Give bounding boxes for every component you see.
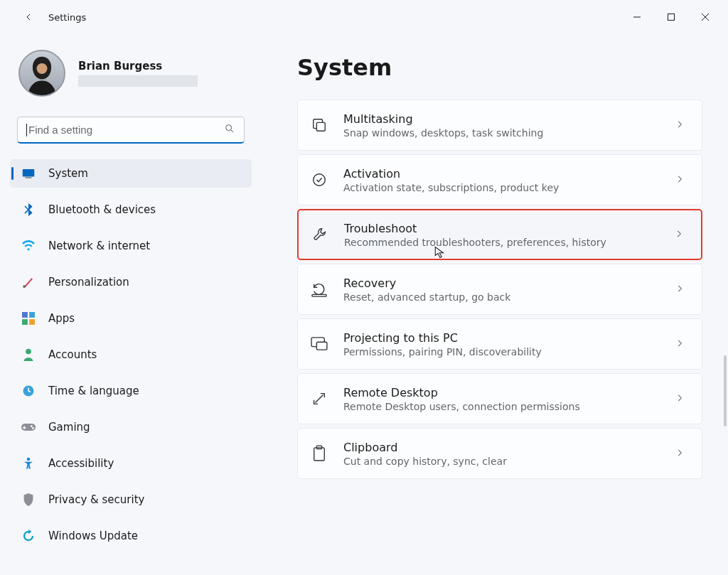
- update-icon: [21, 529, 36, 543]
- svg-rect-21: [23, 427, 26, 428]
- sidebar-item-personalization[interactable]: Personalization: [10, 268, 252, 296]
- sidebar-item-label: Network & internet: [48, 240, 150, 252]
- card-title: Multitasking: [343, 112, 675, 126]
- search-input[interactable]: [17, 117, 245, 144]
- accessibility-icon: [21, 456, 36, 471]
- sidebar-item-label: Gaming: [48, 421, 90, 434]
- sidebar-item-apps[interactable]: Apps: [10, 304, 252, 333]
- sidebar-item-system[interactable]: System: [10, 159, 252, 188]
- chevron-right-icon: [675, 338, 685, 351]
- minimize-button[interactable]: [620, 6, 654, 28]
- close-button[interactable]: [688, 6, 722, 28]
- sidebar-item-accounts[interactable]: Accounts: [10, 340, 252, 369]
- sidebar-item-label: Personalization: [48, 276, 129, 289]
- sidebar-item-label: Windows Update: [48, 530, 138, 542]
- gamepad-icon: [21, 420, 36, 434]
- sidebar-item-windows-update[interactable]: Windows Update: [10, 522, 252, 550]
- svg-point-19: [32, 427, 34, 429]
- sidebar-item-time-language[interactable]: Time & language: [10, 377, 252, 405]
- sidebar-item-bluetooth-devices[interactable]: Bluetooth & devices: [10, 195, 252, 224]
- bluetooth-icon: [21, 203, 36, 217]
- chevron-right-icon: [675, 283, 685, 296]
- sidebar-item-label: Bluetooth & devices: [48, 203, 156, 216]
- shield-icon: [21, 493, 36, 507]
- main-panel: System Multitasking Snap windows, deskto…: [262, 34, 728, 575]
- time-icon: [21, 384, 36, 398]
- sidebar-item-accessibility[interactable]: Accessibility: [10, 449, 252, 478]
- settings-card-troubleshoot[interactable]: Troubleshoot Recommended troubleshooters…: [297, 209, 702, 260]
- card-subtitle: Permissions, pairing PIN, discoverabilit…: [343, 346, 675, 358]
- wifi-icon: [21, 239, 36, 253]
- avatar: [18, 50, 65, 97]
- svg-rect-8: [26, 177, 32, 178]
- card-text: Clipboard Cut and copy history, sync, cl…: [343, 432, 675, 475]
- card-text: Recovery Reset, advanced startup, go bac…: [343, 268, 675, 311]
- card-text: Activation Activation state, subscriptio…: [343, 158, 675, 202]
- chevron-right-icon: [675, 173, 685, 187]
- svg-point-15: [26, 349, 31, 355]
- projecting-icon: [311, 335, 328, 353]
- window-controls: [620, 6, 722, 28]
- svg-point-4: [37, 63, 48, 74]
- svg-point-18: [31, 425, 33, 427]
- chevron-right-icon: [675, 119, 685, 132]
- sidebar-item-label: Apps: [48, 312, 75, 325]
- settings-card-multitasking[interactable]: Multitasking Snap windows, desktops, tas…: [297, 100, 702, 151]
- user-block[interactable]: Brian Burgess: [7, 34, 255, 109]
- page-title: System: [297, 54, 707, 81]
- title-bar: Settings: [0, 0, 728, 34]
- card-text: Troubleshoot Recommended troubleshooters…: [344, 213, 674, 257]
- sidebar-item-privacy-security[interactable]: Privacy & security: [10, 485, 252, 514]
- brush-icon: [21, 275, 36, 289]
- chevron-right-icon: [675, 447, 685, 461]
- remote-icon: [311, 390, 328, 407]
- card-title: Projecting to this PC: [343, 331, 675, 345]
- settings-card-activation[interactable]: Activation Activation state, subscriptio…: [297, 154, 702, 205]
- activation-icon: [311, 171, 328, 188]
- svg-point-9: [27, 248, 29, 250]
- sidebar: Brian Burgess System Bluetooth & devices…: [0, 34, 262, 575]
- svg-rect-10: [23, 286, 26, 288]
- card-title: Activation: [343, 167, 675, 181]
- card-title: Clipboard: [343, 441, 675, 454]
- chevron-right-icon: [674, 228, 684, 242]
- search-icon: [224, 123, 235, 137]
- svg-rect-14: [29, 319, 35, 325]
- svg-rect-13: [22, 319, 28, 325]
- maximize-button[interactable]: [654, 6, 688, 28]
- apps-icon: [21, 311, 36, 326]
- sidebar-item-label: Accessibility: [48, 457, 114, 470]
- card-subtitle: Snap windows, desktops, task switching: [343, 127, 675, 139]
- sidebar-item-network-internet[interactable]: Network & internet: [10, 232, 252, 260]
- scrollbar[interactable]: [724, 355, 727, 426]
- svg-point-22: [27, 458, 31, 461]
- settings-card-clipboard[interactable]: Clipboard Cut and copy history, sync, cl…: [297, 428, 702, 479]
- card-title: Remote Desktop: [343, 386, 675, 399]
- svg-point-5: [226, 124, 232, 130]
- sidebar-item-gaming[interactable]: Gaming: [10, 413, 252, 441]
- search-field[interactable]: [27, 124, 224, 136]
- card-text: Projecting to this PC Permissions, pairi…: [343, 323, 675, 366]
- nav-list: System Bluetooth & devices Network & int…: [7, 159, 255, 550]
- settings-card-projecting-to-this-pc[interactable]: Projecting to this PC Permissions, pairi…: [297, 318, 702, 370]
- settings-card-recovery[interactable]: Recovery Reset, advanced startup, go bac…: [297, 264, 702, 315]
- card-subtitle: Recommended troubleshooters, preferences…: [344, 237, 674, 248]
- svg-point-25: [314, 174, 326, 186]
- svg-rect-12: [29, 312, 35, 318]
- back-button[interactable]: [17, 6, 40, 28]
- user-email-redacted: [78, 75, 198, 87]
- svg-rect-26: [312, 294, 326, 296]
- system-icon: [21, 166, 36, 181]
- svg-rect-28: [316, 342, 327, 350]
- troubleshoot-icon: [311, 226, 328, 243]
- svg-rect-1: [668, 14, 675, 21]
- card-subtitle: Remote Desktop users, connection permiss…: [343, 401, 675, 412]
- card-title: Recovery: [343, 276, 675, 290]
- card-subtitle: Activation state, subscriptions, product…: [343, 182, 675, 193]
- settings-card-remote-desktop[interactable]: Remote Desktop Remote Desktop users, con…: [297, 373, 702, 424]
- svg-rect-11: [22, 312, 28, 318]
- svg-rect-24: [316, 122, 325, 131]
- card-title: Troubleshoot: [344, 222, 674, 235]
- svg-rect-7: [23, 169, 35, 177]
- sidebar-item-label: Time & language: [48, 385, 139, 397]
